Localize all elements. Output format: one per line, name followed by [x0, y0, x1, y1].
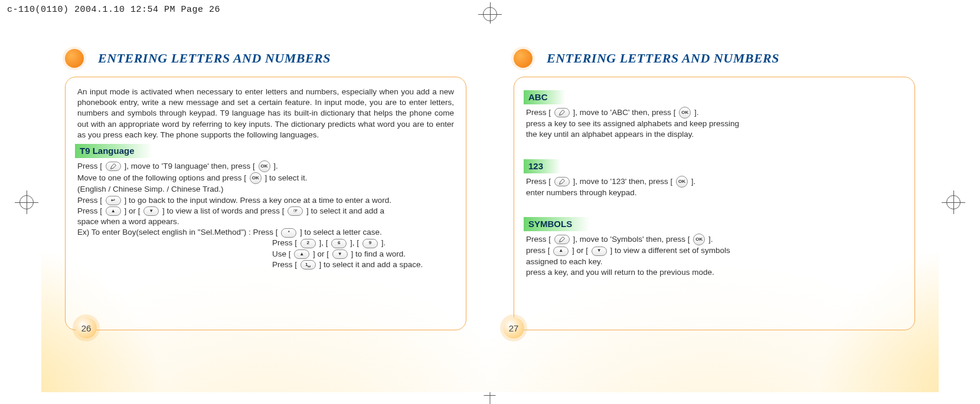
t9-example-2: Press [ 2 ], [ 6 ], [ 9 ].	[272, 238, 454, 248]
sym-line-2: press [ ▲ ] or [ ▼ ] to view a different…	[526, 245, 903, 256]
page-number-left: 26	[76, 317, 97, 339]
page-right: ENTERING LETTERS AND NUMBERS ABC Press […	[490, 24, 939, 392]
ok-icon: OK	[250, 172, 262, 184]
sym-line-4: press a key, and you will return to the …	[526, 267, 903, 278]
abc-line-3: the key until an alphabet appears in the…	[526, 129, 903, 140]
back-icon: ↩	[106, 196, 121, 205]
pencil-icon	[554, 108, 570, 117]
subhead-symbols: SYMBOLS	[524, 217, 590, 231]
content-panel-left: An input mode is activated when necessar…	[65, 77, 466, 330]
t9-line-4: Press [ ↩ ] to go back to the input wind…	[77, 195, 454, 206]
subhead-abc: ABC	[524, 90, 566, 104]
key-6-icon: 6	[331, 239, 347, 248]
print-header: c-110(0110) 2004.1.10 12:54 PM Page 26	[7, 5, 220, 15]
down-arrow-icon: ▼	[143, 206, 159, 216]
crop-mark-top	[478, 2, 502, 26]
t9-example-3: Use [ ▲ ] or [ ▼ ] to find a word.	[272, 249, 454, 260]
page-title-right: ENTERING LETTERS AND NUMBERS	[538, 47, 803, 70]
content-panel-right: ABC Press [ ], move to 'ABC' then, press…	[514, 77, 915, 330]
star-key-icon: *	[281, 228, 296, 238]
t9-line-6: space when a word appears.	[77, 216, 454, 227]
page-spread: ENTERING LETTERS AND NUMBERS An input mo…	[41, 24, 939, 392]
down-arrow-icon: ▼	[592, 247, 607, 256]
t9-example-1: Ex) To enter Boy(select english in "Sel.…	[77, 227, 454, 238]
heading-bullet-icon	[514, 49, 533, 68]
key-2-icon: 2	[300, 239, 316, 248]
ok-icon: OK	[259, 160, 270, 172]
page-number-right: 27	[503, 317, 524, 339]
intro-paragraph: An input mode is activated when necessar…	[77, 87, 454, 140]
page-left: ENTERING LETTERS AND NUMBERS An input mo…	[41, 24, 490, 392]
hand-icon: ☞	[288, 206, 303, 216]
key-1-space-icon: 1␣	[300, 260, 316, 270]
sym-line-3: assigned to each key.	[526, 257, 903, 267]
t9-line-2: Move to one of the following options and…	[77, 172, 454, 184]
heading-row-right: ENTERING LETTERS AND NUMBERS	[514, 47, 915, 70]
up-arrow-icon: ▲	[294, 249, 309, 259]
ok-icon: OK	[679, 107, 691, 119]
subhead-t9: T9 Language	[75, 144, 152, 158]
crop-mark-right	[942, 190, 965, 214]
up-arrow-icon: ▲	[553, 247, 569, 256]
t9-line-5: Press [ ▲ ] or [ ▼ ] to view a list of w…	[77, 206, 454, 216]
page-title-left: ENTERING LETTERS AND NUMBERS	[90, 47, 354, 70]
crop-mark-left	[15, 190, 38, 214]
abc-line-2: press a key to see its assigned alphabet…	[526, 119, 903, 129]
t9-example-4: Press [ 1␣ ] to select it and add a spac…	[272, 260, 454, 270]
sym-line-1: Press [ ], move to 'Symbols' then, press…	[526, 234, 903, 245]
abc-line-1: Press [ ], move to 'ABC' then, press [ O…	[526, 107, 903, 119]
t9-line-3: (English / Chinese Simp. / Chinese Trad.…	[77, 184, 454, 195]
pencil-icon	[554, 177, 570, 186]
pencil-icon	[554, 235, 570, 244]
n123-line-2: enter numbers through keypad.	[526, 188, 903, 198]
t9-line-1: Press [ ], move to 'T9 language' then, p…	[77, 160, 454, 172]
key-9-icon: 9	[362, 239, 378, 248]
pencil-icon	[106, 162, 121, 171]
subhead-123: 123	[524, 159, 561, 173]
up-arrow-icon: ▲	[106, 206, 121, 216]
ok-icon: OK	[693, 234, 705, 245]
down-arrow-icon: ▼	[332, 249, 348, 259]
heading-bullet-icon	[65, 49, 84, 68]
ok-icon: OK	[676, 176, 688, 188]
heading-row-left: ENTERING LETTERS AND NUMBERS	[65, 47, 466, 70]
n123-line-1: Press [ ], move to '123' then, press [ O…	[526, 176, 903, 188]
